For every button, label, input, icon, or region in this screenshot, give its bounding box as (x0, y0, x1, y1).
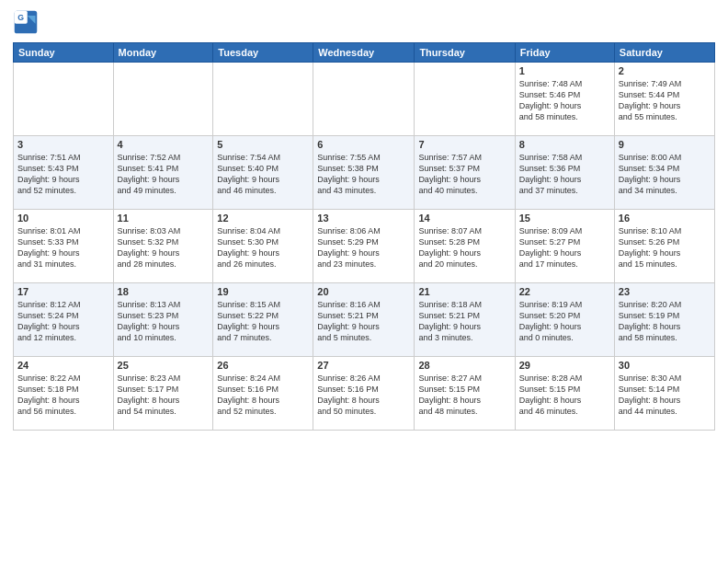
calendar-cell: 18Sunrise: 8:13 AM Sunset: 5:23 PM Dayli… (113, 283, 213, 357)
calendar-table: SundayMondayTuesdayWednesdayThursdayFrid… (13, 42, 715, 431)
calendar-cell: 16Sunrise: 8:10 AM Sunset: 5:26 PM Dayli… (614, 210, 714, 283)
weekday-header-monday: Monday (113, 43, 213, 63)
calendar-cell: 23Sunrise: 8:20 AM Sunset: 5:19 PM Dayli… (614, 283, 714, 357)
calendar-cell (415, 63, 515, 136)
day-info: Sunrise: 7:52 AM Sunset: 5:41 PM Dayligh… (118, 152, 210, 197)
calendar-cell: 19Sunrise: 8:15 AM Sunset: 5:22 PM Dayli… (213, 283, 313, 357)
day-number: 27 (317, 360, 410, 371)
day-number: 8 (519, 139, 610, 150)
calendar-cell: 17Sunrise: 8:12 AM Sunset: 5:24 PM Dayli… (14, 283, 114, 357)
day-number: 25 (118, 360, 210, 371)
svg-text:G: G (17, 13, 24, 22)
day-number: 23 (619, 286, 711, 297)
day-info: Sunrise: 7:55 AM Sunset: 5:38 PM Dayligh… (317, 152, 410, 197)
day-info: Sunrise: 8:27 AM Sunset: 5:15 PM Dayligh… (418, 373, 510, 418)
day-info: Sunrise: 8:10 AM Sunset: 5:26 PM Dayligh… (619, 225, 711, 270)
day-number: 22 (519, 286, 610, 297)
logo: G (13, 9, 40, 35)
day-info: Sunrise: 8:00 AM Sunset: 5:34 PM Dayligh… (619, 152, 711, 197)
day-info: Sunrise: 8:12 AM Sunset: 5:24 PM Dayligh… (17, 299, 109, 344)
day-info: Sunrise: 8:18 AM Sunset: 5:21 PM Dayligh… (418, 299, 510, 344)
day-number: 6 (317, 139, 410, 150)
calendar-cell: 28Sunrise: 8:27 AM Sunset: 5:15 PM Dayli… (415, 357, 515, 431)
day-info: Sunrise: 8:09 AM Sunset: 5:27 PM Dayligh… (519, 225, 610, 270)
weekday-header-thursday: Thursday (415, 43, 515, 63)
logo-icon: G (13, 9, 39, 35)
calendar-cell: 30Sunrise: 8:30 AM Sunset: 5:14 PM Dayli… (614, 357, 714, 431)
calendar-cell: 5Sunrise: 7:54 AM Sunset: 5:40 PM Daylig… (213, 136, 313, 210)
calendar-header: SundayMondayTuesdayWednesdayThursdayFrid… (14, 43, 715, 63)
day-number: 10 (17, 213, 109, 224)
calendar-week-4: 17Sunrise: 8:12 AM Sunset: 5:24 PM Dayli… (14, 283, 715, 357)
calendar-cell: 26Sunrise: 8:24 AM Sunset: 5:16 PM Dayli… (213, 357, 313, 431)
day-number: 5 (217, 139, 309, 150)
day-info: Sunrise: 8:07 AM Sunset: 5:28 PM Dayligh… (418, 225, 510, 270)
calendar-cell: 1Sunrise: 7:48 AM Sunset: 5:46 PM Daylig… (515, 63, 614, 136)
calendar-cell: 27Sunrise: 8:26 AM Sunset: 5:16 PM Dayli… (313, 357, 415, 431)
day-number: 11 (118, 213, 210, 224)
calendar-cell: 10Sunrise: 8:01 AM Sunset: 5:33 PM Dayli… (14, 210, 114, 283)
day-number: 28 (418, 360, 510, 371)
day-number: 29 (519, 360, 610, 371)
day-number: 24 (17, 360, 109, 371)
day-info: Sunrise: 8:06 AM Sunset: 5:29 PM Dayligh… (317, 225, 410, 270)
day-number: 30 (619, 360, 711, 371)
calendar-cell: 13Sunrise: 8:06 AM Sunset: 5:29 PM Dayli… (313, 210, 415, 283)
day-number: 20 (317, 286, 410, 297)
day-number: 26 (217, 360, 309, 371)
calendar-cell (113, 63, 213, 136)
day-info: Sunrise: 8:30 AM Sunset: 5:14 PM Dayligh… (619, 373, 711, 418)
calendar-cell: 4Sunrise: 7:52 AM Sunset: 5:41 PM Daylig… (113, 136, 213, 210)
calendar-cell (14, 63, 114, 136)
calendar-body: 1Sunrise: 7:48 AM Sunset: 5:46 PM Daylig… (14, 63, 715, 431)
calendar-cell (213, 63, 313, 136)
day-info: Sunrise: 8:22 AM Sunset: 5:18 PM Dayligh… (17, 373, 109, 418)
day-number: 2 (619, 65, 711, 76)
day-number: 13 (317, 213, 410, 224)
day-number: 21 (418, 286, 510, 297)
day-info: Sunrise: 7:51 AM Sunset: 5:43 PM Dayligh… (17, 152, 109, 197)
day-info: Sunrise: 8:03 AM Sunset: 5:32 PM Dayligh… (118, 225, 210, 270)
day-info: Sunrise: 7:58 AM Sunset: 5:36 PM Dayligh… (519, 152, 610, 197)
day-info: Sunrise: 8:20 AM Sunset: 5:19 PM Dayligh… (619, 299, 711, 344)
day-info: Sunrise: 7:49 AM Sunset: 5:44 PM Dayligh… (619, 78, 711, 123)
calendar-week-1: 1Sunrise: 7:48 AM Sunset: 5:46 PM Daylig… (14, 63, 715, 136)
calendar-week-5: 24Sunrise: 8:22 AM Sunset: 5:18 PM Dayli… (14, 357, 715, 431)
calendar-cell: 20Sunrise: 8:16 AM Sunset: 5:21 PM Dayli… (313, 283, 415, 357)
weekday-header-sunday: Sunday (14, 43, 114, 63)
day-info: Sunrise: 7:57 AM Sunset: 5:37 PM Dayligh… (418, 152, 510, 197)
calendar-cell: 9Sunrise: 8:00 AM Sunset: 5:34 PM Daylig… (614, 136, 714, 210)
day-info: Sunrise: 8:26 AM Sunset: 5:16 PM Dayligh… (317, 373, 410, 418)
weekday-header-saturday: Saturday (614, 43, 714, 63)
day-info: Sunrise: 8:04 AM Sunset: 5:30 PM Dayligh… (217, 225, 309, 270)
day-number: 19 (217, 286, 309, 297)
day-info: Sunrise: 8:24 AM Sunset: 5:16 PM Dayligh… (217, 373, 309, 418)
day-info: Sunrise: 8:15 AM Sunset: 5:22 PM Dayligh… (217, 299, 309, 344)
day-number: 15 (519, 213, 610, 224)
day-info: Sunrise: 7:54 AM Sunset: 5:40 PM Dayligh… (217, 152, 309, 197)
day-number: 7 (418, 139, 510, 150)
day-number: 14 (418, 213, 510, 224)
calendar-cell: 3Sunrise: 7:51 AM Sunset: 5:43 PM Daylig… (14, 136, 114, 210)
calendar-cell: 29Sunrise: 8:28 AM Sunset: 5:15 PM Dayli… (515, 357, 614, 431)
calendar-cell: 14Sunrise: 8:07 AM Sunset: 5:28 PM Dayli… (415, 210, 515, 283)
weekday-header-tuesday: Tuesday (213, 43, 313, 63)
day-number: 16 (619, 213, 711, 224)
page: G SundayMondayTuesdayWednesdayThursdayFr… (0, 0, 728, 563)
calendar-cell: 24Sunrise: 8:22 AM Sunset: 5:18 PM Dayli… (14, 357, 114, 431)
calendar-cell: 2Sunrise: 7:49 AM Sunset: 5:44 PM Daylig… (614, 63, 714, 136)
weekday-row: SundayMondayTuesdayWednesdayThursdayFrid… (14, 43, 715, 63)
day-number: 17 (17, 286, 109, 297)
calendar-cell: 8Sunrise: 7:58 AM Sunset: 5:36 PM Daylig… (515, 136, 614, 210)
day-info: Sunrise: 8:13 AM Sunset: 5:23 PM Dayligh… (118, 299, 210, 344)
calendar-week-3: 10Sunrise: 8:01 AM Sunset: 5:33 PM Dayli… (14, 210, 715, 283)
day-number: 18 (118, 286, 210, 297)
day-info: Sunrise: 8:01 AM Sunset: 5:33 PM Dayligh… (17, 225, 109, 270)
day-info: Sunrise: 8:16 AM Sunset: 5:21 PM Dayligh… (317, 299, 410, 344)
day-info: Sunrise: 7:48 AM Sunset: 5:46 PM Dayligh… (519, 78, 610, 123)
calendar-cell: 12Sunrise: 8:04 AM Sunset: 5:30 PM Dayli… (213, 210, 313, 283)
day-info: Sunrise: 8:19 AM Sunset: 5:20 PM Dayligh… (519, 299, 610, 344)
calendar-cell (313, 63, 415, 136)
weekday-header-wednesday: Wednesday (313, 43, 415, 63)
day-number: 12 (217, 213, 309, 224)
